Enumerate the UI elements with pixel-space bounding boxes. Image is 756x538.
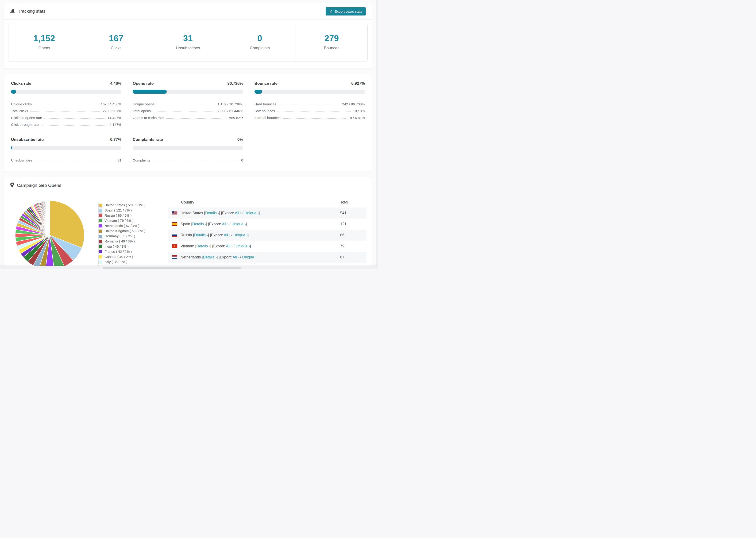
bracket: ] [	[208, 233, 211, 237]
export-all-link[interactable]: All ›	[226, 244, 233, 248]
horizontal-scrollbar[interactable]	[0, 266, 378, 269]
legend-item-germany[interactable]: Germany ( 55 / 3% )	[99, 234, 157, 238]
legend-swatch	[99, 230, 102, 233]
bracket: ] [	[217, 255, 220, 259]
rate-stat-value: 4.147%	[109, 123, 121, 127]
geo-table-row-netherlands: Netherlands [Details ›] [Export: All › /…	[168, 252, 366, 263]
bracket: ]	[256, 255, 257, 259]
legend-item-spain[interactable]: Spain ( 121 / 7% )	[99, 208, 157, 212]
rate-title: Complaints rate	[133, 137, 163, 142]
dotted-leader	[41, 125, 108, 126]
rate-value: 6.927%	[351, 81, 365, 86]
rate-stat-row: Unsubscribes31	[11, 155, 121, 162]
stat-label: Unsubscribes	[152, 46, 224, 50]
rate-stat-value: 0	[241, 158, 243, 162]
legend-swatch	[99, 240, 102, 243]
summary-stat-unsubscribes: 31Unsubscribes	[152, 24, 224, 61]
legend-item-india[interactable]: India ( 46 / 3% )	[99, 244, 157, 248]
legend-swatch	[99, 260, 102, 264]
export-unique-link[interactable]: Unique ›	[244, 211, 258, 215]
tracking-stats-header: Tracking stats	[10, 8, 45, 14]
map-pin-icon	[10, 183, 14, 189]
export-icon	[329, 9, 333, 13]
horizontal-scrollbar-thumb[interactable]	[103, 267, 242, 269]
export-unique-link[interactable]: Unique ›	[233, 233, 247, 237]
stat-value: 1,152	[9, 33, 80, 43]
summary-stat-bounces: 279Bounces	[296, 24, 367, 61]
legend-item-united-kingdom[interactable]: United Kingdom ( 59 / 3% )	[99, 229, 157, 233]
nl-flag-icon	[172, 255, 177, 259]
vertical-scrollbar[interactable]	[376, 0, 378, 269]
details-link[interactable]: Details ›	[205, 211, 219, 215]
rate-stat-label: Unique opens	[133, 102, 154, 106]
legend-label: Vietnam ( 79 / 5% )	[104, 219, 134, 223]
details-link[interactable]: Details ›	[192, 222, 206, 226]
export-all-link[interactable]: All ›	[224, 233, 230, 237]
rate-stat-label: Complaints	[133, 158, 150, 162]
legend-item-canada[interactable]: Canada ( 40 / 2% )	[99, 255, 157, 259]
country-cell: Vietnam [Details ›] [Export: All › / Uni…	[177, 244, 340, 248]
rate-progress-bar	[254, 90, 365, 94]
legend-label: Canada ( 40 / 2% )	[104, 255, 133, 259]
details-link[interactable]: Details ›	[196, 244, 210, 248]
rate-stat-label: Total clicks	[11, 109, 28, 113]
rate-title: Bounce rate	[254, 81, 278, 86]
export-basic-stats-button[interactable]: Export basic stats	[326, 7, 366, 16]
rate-stat-label: Internal bounces	[254, 116, 281, 120]
rate-stat-row: Internal bounces19 / 6.81%	[254, 113, 365, 120]
rate-stat-value: 19 / 6.81%	[348, 116, 365, 120]
legend-item-italy[interactable]: Italy ( 36 / 2% )	[99, 260, 157, 264]
separator: /	[229, 222, 232, 226]
dotted-leader	[153, 112, 215, 112]
bracket: ]	[250, 244, 251, 248]
legend-item-vietnam[interactable]: Vietnam ( 79 / 5% )	[99, 219, 157, 223]
export-unique-link[interactable]: Unique ›	[236, 244, 250, 248]
export-label: Export:	[213, 244, 226, 248]
campaign-geo-opens-card: Campaign Geo Opens United States ( 541 /…	[4, 177, 372, 269]
rate-stat-value: 689.82%	[229, 116, 243, 120]
legend-label: United States ( 541 / 31% )	[104, 203, 145, 207]
rate-stat-label: Soft bounces	[254, 109, 275, 113]
rate-value: 4.46%	[110, 81, 121, 86]
legend-item-netherlands[interactable]: Netherlands ( 67 / 4% )	[99, 224, 157, 228]
export-all-link[interactable]: All ›	[235, 211, 242, 215]
legend-swatch	[99, 214, 102, 217]
rate-panel-clicks-rate: Clicks rate4.46%Unique clicks167 / 4.456…	[11, 81, 121, 127]
geo-table-row-russia: Russia [Details ›] [Export: All › / Uniq…	[168, 230, 366, 241]
export-all-link[interactable]: All ›	[222, 222, 229, 226]
total-column-header: Total	[340, 200, 366, 204]
rate-stat-value: 2,303 / 61.446%	[217, 109, 243, 113]
legend-item-romania[interactable]: Romania ( 49 / 3% )	[99, 240, 157, 243]
rate-title: Opens rate	[133, 81, 153, 86]
legend-label: Spain ( 121 / 7% )	[104, 208, 132, 212]
legend-label: Italy ( 36 / 2% )	[104, 260, 128, 264]
stat-value: 31	[152, 33, 224, 43]
legend-item-united-states[interactable]: United States ( 541 / 31% )	[99, 203, 157, 207]
geo-table-row-vietnam: Vietnam [Details ›] [Export: All › / Uni…	[168, 241, 366, 252]
details-link[interactable]: Details ›	[203, 255, 217, 259]
summary-stats-row: 1,152Opens167Clicks31Unsubscribes0Compla…	[8, 24, 368, 62]
dotted-leader	[277, 112, 351, 112]
bracket: ]	[246, 222, 247, 226]
stat-label: Complaints	[224, 46, 296, 50]
dotted-leader	[279, 105, 340, 105]
dotted-leader	[157, 105, 215, 105]
tracking-stats-page: Tracking stats Export basic stats 1,152O…	[0, 0, 376, 266]
rate-stat-label: Click through rate	[11, 123, 39, 127]
export-unique-link[interactable]: Unique ›	[232, 222, 245, 226]
legend-item-france[interactable]: France ( 42 / 2% )	[99, 250, 157, 253]
vn-flag-icon	[172, 244, 177, 248]
legend-item-russia[interactable]: Russia ( 86 / 5% )	[99, 214, 157, 217]
dotted-leader	[34, 105, 99, 105]
details-link[interactable]: Details ›	[194, 233, 208, 237]
legend-swatch	[99, 204, 102, 207]
separator: /	[230, 233, 233, 237]
rate-stat-row: Soft bounces18 / 0%	[254, 106, 365, 113]
export-all-link[interactable]: All ›	[233, 255, 239, 259]
rate-panel-opens-rate: Opens rate30.736%Unique opens1,152 / 30.…	[133, 81, 243, 127]
stat-label: Bounces	[296, 46, 367, 50]
export-unique-link[interactable]: Unique ›	[242, 255, 256, 259]
dotted-leader	[283, 118, 346, 119]
rate-stat-row: Total opens2,303 / 61.446%	[133, 106, 243, 113]
dotted-leader	[30, 112, 101, 112]
